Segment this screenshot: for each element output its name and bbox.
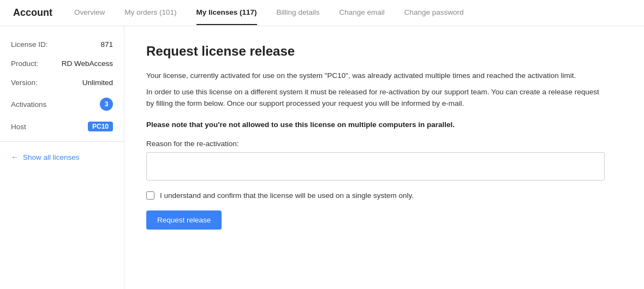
arrow-left-icon: ←	[11, 153, 19, 161]
description-line1: Your license, currently activated for us…	[146, 70, 605, 82]
sidebar-divider	[0, 141, 124, 142]
activations-label: Activations	[11, 100, 46, 109]
license-id-label: License ID:	[11, 40, 48, 49]
show-all-licenses-link[interactable]: ← Show all licenses	[0, 146, 124, 168]
host-badge: PC10	[88, 122, 113, 131]
sidebar: License ID: 871 Product: RD WebAccess Ve…	[0, 26, 124, 289]
version-row: Version: Unlimited	[0, 73, 124, 92]
license-id-value: 871	[100, 40, 113, 49]
nav-change-password[interactable]: Change password	[404, 1, 464, 25]
request-release-button[interactable]: Request release	[146, 210, 222, 230]
note-text: Please note that you're not allowed to u…	[146, 121, 605, 129]
layout: License ID: 871 Product: RD WebAccess Ve…	[0, 26, 644, 289]
version-value: Unlimited	[82, 79, 113, 87]
page-title: Request license release	[146, 44, 622, 59]
product-row: Product: RD WebAccess	[0, 54, 124, 73]
main-content: Request license release Your license, cu…	[124, 26, 644, 289]
header: Account Overview My orders (101) My lice…	[0, 0, 644, 26]
checkbox-row: I understand and confirm that the licens…	[146, 191, 622, 200]
show-all-label: Show all licenses	[23, 153, 80, 161]
confirm-checkbox[interactable]	[146, 191, 154, 200]
reason-input[interactable]	[146, 152, 605, 180]
nav-my-licenses[interactable]: My licenses (117)	[196, 1, 257, 25]
activations-row: Activations 3	[0, 92, 124, 116]
nav-change-email[interactable]: Change email	[339, 1, 384, 25]
main-nav: Overview My orders (101) My licenses (11…	[74, 1, 464, 25]
host-row: Host PC10	[0, 116, 124, 137]
description-line2: In order to use this license on a differ…	[146, 86, 605, 110]
description-block: Your license, currently activated for us…	[146, 70, 622, 110]
reason-label: Reason for the re-activation:	[146, 140, 622, 148]
activations-badge: 3	[100, 98, 113, 111]
product-label: Product:	[11, 59, 38, 68]
logo: Account	[13, 7, 52, 19]
host-label: Host	[11, 123, 26, 131]
version-label: Version:	[11, 79, 38, 87]
product-value: RD WebAccess	[62, 59, 113, 68]
checkbox-label: I understand and confirm that the licens…	[160, 191, 414, 200]
nav-overview[interactable]: Overview	[74, 1, 105, 25]
nav-my-orders[interactable]: My orders (101)	[124, 1, 176, 25]
license-id-row: License ID: 871	[0, 35, 124, 54]
nav-billing-details[interactable]: Billing details	[277, 1, 320, 25]
